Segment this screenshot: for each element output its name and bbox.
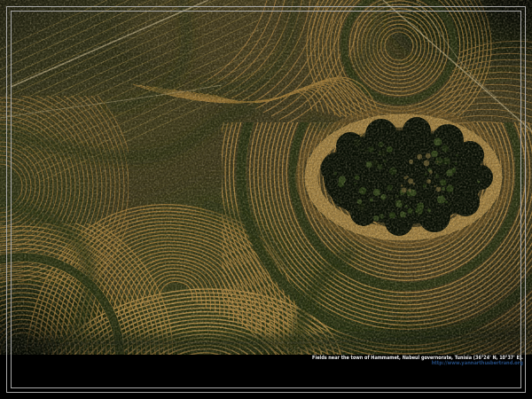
aerial-photo-scene [0, 0, 532, 355]
caption-credit-url: http://www.yannarthusbertrand.org [79, 360, 524, 365]
photo-caption: Fields near the town of Hammamet, Nabeul… [0, 354, 523, 365]
aerial-photo [0, 0, 532, 355]
desktop-wallpaper: Fields near the town of Hammamet, Nabeul… [0, 0, 532, 399]
